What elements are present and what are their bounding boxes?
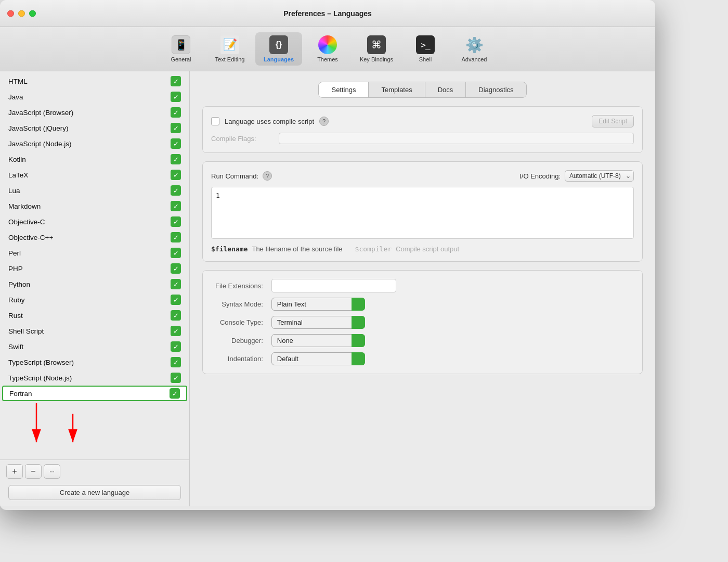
shell-icon: >_ — [416, 35, 435, 54]
io-encoding-row: I/O Encoding: Automatic (UTF-8) — [519, 170, 634, 182]
list-item[interactable]: JavaScript (Node.js) ✓ — [0, 136, 189, 151]
compile-script-checkbox[interactable] — [211, 117, 219, 125]
list-item[interactable]: HTML ✓ — [0, 73, 189, 89]
themes-label: Themes — [317, 56, 338, 62]
toolbar-key-bindings[interactable]: ⌘ Key Bindings — [353, 32, 400, 66]
list-item[interactable]: TypeScript (Node.js) ✓ — [0, 370, 189, 386]
list-item[interactable]: Shell Script ✓ — [0, 323, 189, 339]
list-item[interactable]: JavaScript (jQuery) ✓ — [0, 120, 189, 136]
language-name-input[interactable] — [9, 390, 93, 398]
check-icon: ✓ — [171, 373, 181, 383]
add-language-button[interactable]: + — [6, 464, 23, 479]
toolbar-shell[interactable]: >_ Shell — [402, 32, 449, 66]
toolbar-general[interactable]: 📱 General — [158, 32, 204, 66]
check-icon: ✓ — [171, 107, 181, 118]
check-icon: ✓ — [171, 295, 181, 305]
var-compiler: $compiler Compile script output — [355, 245, 460, 253]
list-item[interactable]: Markdown ✓ — [0, 198, 189, 214]
syntax-mode-label: Syntax Mode: — [215, 300, 263, 308]
check-icon: ✓ — [171, 185, 181, 196]
run-command-help[interactable]: ? — [263, 171, 272, 181]
list-item[interactable]: TypeScript (Browser) ✓ — [0, 354, 189, 370]
check-icon: ✓ — [171, 170, 181, 180]
compile-script-help[interactable]: ? — [319, 117, 329, 126]
console-type-value: Terminal ▲▼ — [271, 316, 630, 329]
var-filename-desc: The filename of the source file — [252, 245, 342, 253]
list-item[interactable]: Lua ✓ — [0, 183, 189, 198]
main-content: HTML ✓ Java ✓ JavaScript (Browser) ✓ Jav… — [0, 71, 655, 506]
file-extensions-input[interactable] — [271, 279, 396, 292]
list-item[interactable]: PHP ✓ — [0, 261, 189, 276]
toolbar-text-editing[interactable]: 📝 Text Editing — [206, 32, 253, 66]
list-item[interactable]: Java ✓ — [0, 89, 189, 105]
themes-icon — [318, 35, 337, 54]
language-list[interactable]: HTML ✓ Java ✓ JavaScript (Browser) ✓ Jav… — [0, 71, 189, 459]
list-item[interactable]: Perl ✓ — [0, 245, 189, 261]
compile-script-label: Language uses compile script — [225, 118, 314, 125]
advanced-icon: ⚙️ — [465, 35, 484, 54]
titlebar: Preferences – Languages — [0, 0, 655, 27]
list-item[interactable]: Python ✓ — [0, 276, 189, 292]
syntax-mode-select[interactable]: Plain Text — [271, 298, 365, 311]
maximize-button[interactable] — [29, 10, 36, 17]
variables-row: $filename The filename of the source fil… — [211, 245, 634, 253]
list-item[interactable]: Kotlin ✓ — [0, 151, 189, 167]
language-item-editing[interactable]: ✓ — [2, 386, 187, 401]
indentation-value: Default ▲▼ — [271, 352, 630, 365]
create-language-button[interactable]: Create a new language — [8, 485, 181, 500]
check-icon: ✓ — [171, 326, 181, 336]
check-icon: ✓ — [171, 76, 181, 86]
console-type-select-wrapper: Terminal ▲▼ — [271, 316, 365, 329]
shell-label: Shell — [419, 56, 432, 62]
debugger-value: None ▲▼ — [271, 334, 630, 347]
advanced-label: Advanced — [462, 56, 487, 62]
close-button[interactable] — [7, 10, 14, 17]
debugger-select-wrapper: None ▲▼ — [271, 334, 365, 347]
indentation-select-wrapper: Default ▲▼ — [271, 352, 365, 365]
io-encoding-label: I/O Encoding: — [519, 172, 561, 180]
minimize-button[interactable] — [18, 10, 25, 17]
key-bindings-label: Key Bindings — [360, 56, 393, 62]
list-item[interactable]: Objective-C++ ✓ — [0, 229, 189, 245]
compile-flags-label: Compile Flags: — [211, 135, 274, 143]
var-filename-name: $filename — [211, 245, 248, 253]
list-item[interactable]: Rust ✓ — [0, 308, 189, 323]
compile-flags-input[interactable] — [279, 133, 634, 144]
compile-script-row: Language uses compile script ? Edit Scri… — [211, 115, 634, 127]
more-options-button[interactable]: ··· — [44, 464, 60, 479]
list-item[interactable]: LaTeX ✓ — [0, 167, 189, 183]
toolbar-languages[interactable]: {} Languages — [255, 32, 302, 66]
text-editing-icon: 📝 — [220, 35, 239, 54]
debugger-select[interactable]: None — [271, 334, 365, 347]
run-command-textarea[interactable]: 1 — [211, 187, 634, 239]
list-item[interactable]: Objective-C ✓ — [0, 214, 189, 229]
check-icon: ✓ — [171, 232, 181, 242]
tab-docs[interactable]: Docs — [425, 82, 466, 97]
check-icon: ✓ — [171, 216, 181, 227]
io-encoding-select[interactable]: Automatic (UTF-8) — [565, 170, 634, 182]
check-icon: ✓ — [171, 341, 181, 352]
indentation-select[interactable]: Default — [271, 352, 365, 365]
check-icon: ✓ — [171, 154, 181, 164]
tab-settings[interactable]: Settings — [319, 82, 369, 97]
syntax-mode-select-wrapper: Plain Text ▲▼ — [271, 298, 365, 311]
tab-templates[interactable]: Templates — [369, 82, 425, 97]
console-type-select[interactable]: Terminal — [271, 316, 365, 329]
run-command-header: Run Command: ? I/O Encoding: Automatic (… — [211, 170, 634, 182]
toolbar-advanced[interactable]: ⚙️ Advanced — [451, 32, 498, 66]
toolbar-themes[interactable]: Themes — [304, 32, 351, 66]
list-item[interactable]: Swift ✓ — [0, 339, 189, 354]
list-item[interactable]: JavaScript (Browser) ✓ — [0, 105, 189, 120]
list-item[interactable]: Ruby ✓ — [0, 292, 189, 308]
check-icon: ✓ — [170, 388, 180, 399]
remove-language-button[interactable]: − — [25, 464, 42, 479]
var-filename: $filename The filename of the source fil… — [211, 245, 343, 253]
check-icon: ✓ — [171, 357, 181, 367]
edit-script-button[interactable]: Edit Script — [592, 115, 634, 127]
window-title: Preferences – Languages — [283, 9, 372, 18]
tab-diagnostics[interactable]: Diagnostics — [466, 82, 526, 97]
languages-icon: {} — [269, 35, 288, 54]
check-icon: ✓ — [171, 248, 181, 258]
syntax-mode-value: Plain Text ▲▼ — [271, 298, 630, 311]
check-icon: ✓ — [171, 138, 181, 149]
